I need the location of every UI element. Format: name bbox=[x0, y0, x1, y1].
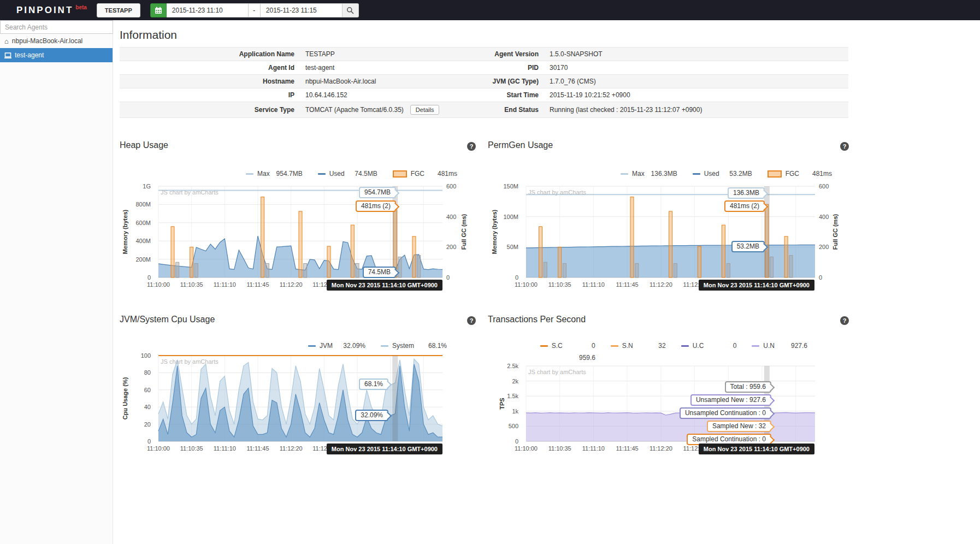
chart-balloon: 954.7MB bbox=[359, 187, 396, 198]
legend-line-swatch bbox=[621, 173, 628, 175]
y-axis-tick-label: 500 bbox=[509, 423, 518, 429]
heap-help-icon[interactable]: ? bbox=[467, 142, 476, 151]
cpu-plot-svg[interactable]: 02040608010011:10:0011:10:3511:11:1011:1… bbox=[120, 338, 474, 477]
legend-item[interactable]: S.C0 bbox=[540, 342, 595, 350]
legend-item[interactable]: Used74.5MB bbox=[318, 170, 377, 178]
x-axis-tick-label: 11:10:35 bbox=[548, 281, 571, 288]
y2-axis-tick-label: 600 bbox=[819, 183, 829, 190]
sidebar-agent-item[interactable]: test-agent bbox=[0, 48, 113, 62]
legend-item[interactable]: JVM32.09% bbox=[308, 342, 365, 350]
y-axis-tick-label: 50M bbox=[507, 244, 518, 250]
info-label: Application Name bbox=[120, 48, 300, 61]
legend-item[interactable]: FGC481ms bbox=[393, 170, 457, 178]
cpu-help-icon[interactable]: ? bbox=[467, 316, 476, 325]
legend-item[interactable]: System68.1% bbox=[381, 342, 447, 350]
info-label: Agent Version bbox=[424, 48, 544, 61]
info-value-text: nbpui-MacBook-Air.local bbox=[305, 78, 376, 85]
bar bbox=[674, 263, 677, 277]
y2-axis-tick-label: 200 bbox=[446, 244, 456, 250]
agent-sidebar: ⌂nbpui-MacBook-Air.localtest-agent bbox=[0, 20, 113, 544]
laptop-icon bbox=[4, 52, 11, 58]
bar bbox=[784, 236, 788, 277]
application-button[interactable]: TESTAPP bbox=[97, 3, 140, 17]
legend-item[interactable]: Max954.7MB bbox=[246, 170, 303, 178]
info-value: TESTAPP bbox=[300, 48, 424, 61]
legend-box-swatch bbox=[393, 170, 407, 178]
chart-balloon: Unsampled Continuation : 0 bbox=[680, 407, 771, 419]
y2-axis-tick-label: 400 bbox=[446, 214, 456, 220]
y2-axis-tick-label: 400 bbox=[819, 214, 829, 220]
bar bbox=[722, 225, 725, 277]
date-to-input[interactable] bbox=[261, 3, 343, 17]
legend-item[interactable]: U.C0 bbox=[681, 342, 737, 350]
y-axis-tick-label: 0 bbox=[147, 438, 151, 445]
legend-label: FGC bbox=[411, 170, 424, 178]
tps-help-icon[interactable]: ? bbox=[840, 316, 849, 325]
y-axis-tick-label: 60 bbox=[144, 387, 151, 393]
info-value: 1.7.0_76 (CMS) bbox=[544, 75, 848, 88]
x-axis-tick-label: 11:11:10 bbox=[582, 445, 605, 452]
home-icon: ⌂ bbox=[4, 37, 9, 45]
cpu-usage-chart: JVM32.09%System68.1%02040608010011:10:00… bbox=[120, 338, 474, 477]
legend-item[interactable]: Used53.2MB bbox=[693, 170, 752, 178]
bar bbox=[412, 236, 416, 277]
calendar-button[interactable] bbox=[150, 3, 167, 17]
chart-balloon: 32.09% bbox=[355, 410, 388, 421]
bar bbox=[261, 197, 264, 278]
bar bbox=[563, 263, 566, 277]
legend-item[interactable]: U.N927.6 bbox=[752, 342, 807, 350]
x-axis-tick-label: 11:10:00 bbox=[147, 445, 170, 452]
bar bbox=[630, 197, 634, 278]
permgen-help-icon[interactable]: ? bbox=[840, 142, 849, 151]
info-label: IP bbox=[120, 88, 300, 102]
bar bbox=[176, 262, 179, 277]
date-from-input[interactable] bbox=[167, 3, 249, 17]
calendar-icon bbox=[155, 7, 162, 14]
date-range-picker: - bbox=[150, 3, 359, 17]
chart-legend: Max136.3MBUsed53.2MBFGC481ms bbox=[605, 170, 832, 178]
x-axis-tick-label: 11:12:20 bbox=[280, 281, 303, 288]
pinpoint-logo: PINPOINTbeta bbox=[16, 4, 87, 16]
info-row: IP10.64.146.152Start Time2015-11-19 10:2… bbox=[120, 88, 848, 102]
y-axis-tick-label: 1G bbox=[143, 183, 151, 190]
info-value: 30170 bbox=[544, 61, 848, 75]
bar bbox=[669, 211, 672, 277]
legend-item[interactable]: Max136.3MB bbox=[621, 170, 677, 178]
legend-value: 32.09% bbox=[337, 342, 365, 350]
legend-label: JVM bbox=[320, 342, 333, 350]
tps-title: Transactions Per Second bbox=[488, 315, 586, 324]
details-button[interactable]: Details bbox=[410, 105, 440, 115]
info-value-text: Running (last checked : 2015-11-23 11:12… bbox=[550, 106, 702, 114]
information-title: Information bbox=[120, 28, 849, 42]
legend-value: 481ms bbox=[429, 170, 457, 178]
legend-item[interactable]: S.N32 bbox=[611, 342, 666, 350]
bar bbox=[789, 256, 793, 277]
legend-item[interactable]: FGC481ms bbox=[768, 170, 832, 178]
info-value: nbpui-MacBook-Air.local bbox=[300, 75, 424, 88]
chart-balloon: 53.2MB bbox=[731, 241, 765, 252]
y-axis-tick-label: 20 bbox=[144, 421, 151, 428]
bar bbox=[327, 246, 330, 277]
agent-search-input[interactable] bbox=[0, 20, 113, 34]
x-axis-tick-label: 11:10:00 bbox=[147, 281, 170, 288]
y-axis-tick-label: 600M bbox=[135, 220, 151, 226]
legend-value: 74.5MB bbox=[349, 170, 377, 178]
info-value-text: 1.5.0-SNAPSHOT bbox=[550, 50, 603, 58]
info-value-text: test-agent bbox=[305, 64, 334, 72]
tps-plot-svg[interactable]: 05001k1.5k2k2.5k11:10:0011:10:3511:11:10… bbox=[488, 338, 846, 480]
y2-axis-tick-label: 600 bbox=[446, 183, 456, 190]
legend-line-swatch bbox=[752, 345, 759, 347]
heap-usage-chart: Max954.7MBUsed74.5MBFGC481ms0200M400M600… bbox=[120, 165, 474, 305]
info-label: Start Time bbox=[424, 88, 544, 102]
info-row: Hostnamenbpui-MacBook-Air.localJVM (GC T… bbox=[120, 75, 848, 88]
legend-label: System bbox=[392, 342, 414, 350]
y-axis-title: Cpu Usage (%) bbox=[122, 377, 128, 419]
cursor-band bbox=[764, 186, 770, 277]
chart-balloon: 68.1% bbox=[359, 379, 388, 390]
date-search-button[interactable] bbox=[343, 3, 359, 17]
info-label: JVM (GC Type) bbox=[424, 75, 544, 88]
x-axis-tick-label: 11:10:00 bbox=[515, 281, 538, 288]
sidebar-agent-item[interactable]: ⌂nbpui-MacBook-Air.local bbox=[0, 34, 113, 48]
info-label: Hostname bbox=[120, 75, 300, 88]
date-range-separator: - bbox=[249, 3, 261, 17]
